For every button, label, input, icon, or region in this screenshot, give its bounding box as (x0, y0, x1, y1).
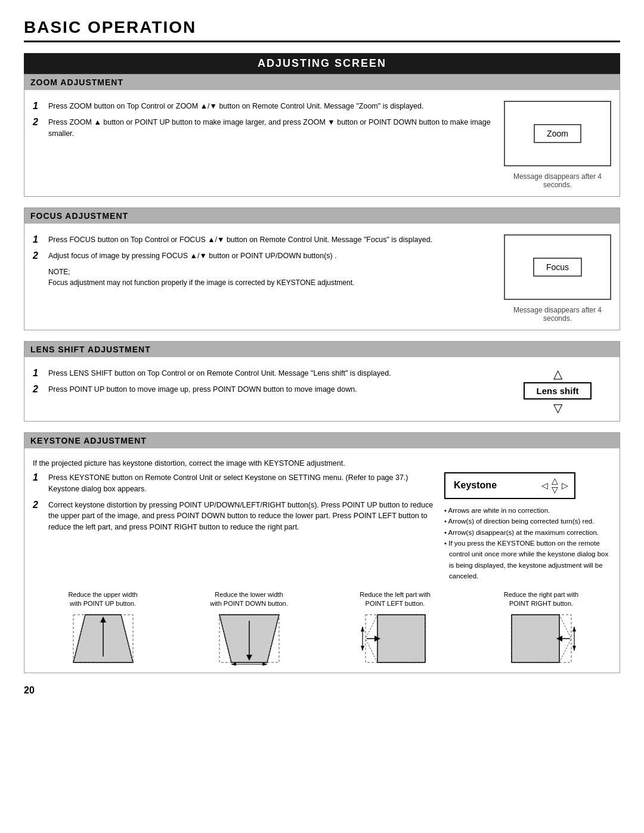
lens-shift-step-2: 2 Press POINT UP button to move image up… (33, 384, 492, 395)
diagram-right-label: Reduce the right part withPOINT RIGHT bu… (471, 590, 611, 609)
svg-marker-16 (377, 615, 425, 662)
keystone-steps: 1 Press KEYSTONE button on Remote Contro… (33, 472, 435, 538)
keystone-step-1-num: 1 (33, 472, 44, 483)
lens-shift-section: Lens Shift Adjustment 1 Press LENS SHIFT… (24, 341, 620, 422)
keystone-up-arrow-icon: △ (552, 476, 558, 485)
keystone-intro: If the projected picture has keystone di… (33, 459, 611, 467)
focus-note-title: NOTE; (48, 268, 70, 276)
zoom-step-2-text: Press ZOOM ▲ button or POINT UP button t… (48, 117, 492, 140)
lens-shift-step-2-text: Press POINT UP button to move image up, … (48, 384, 357, 395)
svg-marker-30 (572, 646, 576, 651)
lens-shift-sub-banner: Lens Shift Adjustment (24, 342, 620, 357)
diagram-lower-label: Reduce the lower widthwith POINT DOWN bu… (179, 590, 319, 609)
diagram-upper-label: Reduce the upper widthwith POINT UP butt… (33, 590, 173, 609)
lens-shift-label: Lens shift (524, 382, 592, 400)
diagram-right: Reduce the right part withPOINT RIGHT bu… (471, 590, 611, 666)
zoom-step-1-text: Press ZOOM button on Top Control or ZOOM… (48, 101, 423, 112)
keystone-section: Keystone Adjustment If the projected pic… (24, 432, 620, 673)
keystone-ud-arrows: △ ▽ (552, 476, 558, 495)
lens-shift-step-1: 1 Press LENS SHIFT button on Top Control… (33, 368, 492, 379)
zoom-step-2: 2 Press ZOOM ▲ button or POINT UP button… (33, 117, 492, 140)
zoom-step-1-num: 1 (33, 101, 44, 112)
page-title: Basic Operation (24, 18, 620, 42)
focus-display-box: Focus (504, 234, 611, 300)
lens-shift-arrow-down-icon: ▽ (553, 402, 562, 414)
keystone-left-arrow-icon: ◁ (541, 481, 548, 490)
svg-marker-25 (512, 615, 559, 662)
zoom-steps: 1 Press ZOOM button on Top Control or ZO… (33, 101, 492, 144)
page-number: 20 (24, 685, 620, 696)
focus-step-1-num: 1 (33, 234, 44, 245)
diagram-lower: Reduce the lower widthwith POINT DOWN bu… (179, 590, 319, 666)
lens-shift-steps: 1 Press LENS SHIFT button on Top Control… (33, 368, 492, 400)
keystone-step-1: 1 Press KEYSTONE button on Remote Contro… (33, 472, 435, 495)
focus-caption: Message disappears after 4 seconds. (504, 306, 611, 323)
focus-note: NOTE; Focus adjustment may not function … (48, 267, 492, 288)
diagram-upper-svg (67, 612, 139, 665)
focus-step-1-text: Press FOCUS button on Top Control or FOC… (48, 234, 432, 246)
focus-step-1: 1 Press FOCUS button on Top Control or F… (33, 234, 492, 246)
focus-section: Focus Adjustment 1 Press FOCUS button on… (24, 208, 620, 330)
keystone-notes: Arrows are white in no correction. Arrow… (444, 505, 611, 582)
svg-marker-21 (361, 646, 364, 651)
svg-line-26 (559, 615, 571, 639)
keystone-step-2-text: Correct keystone distortion by pressing … (48, 500, 435, 533)
zoom-step-1: 1 Press ZOOM button on Top Control or ZO… (33, 101, 492, 112)
lens-shift-display: △ Lens shift ▽ (504, 368, 611, 414)
lens-shift-step-2-num: 2 (33, 384, 44, 395)
keystone-note-4: If you press the KEYSTONE button on the … (444, 538, 611, 582)
keystone-display-box: Keystone ◁ △ ▽ ▷ (444, 472, 575, 499)
diagram-lower-svg (213, 612, 285, 665)
keystone-note-1: Arrows are white in no correction. (444, 505, 611, 516)
svg-line-17 (366, 615, 377, 639)
zoom-display-label: Zoom (534, 124, 581, 143)
focus-step-2-text: Adjust focus of image by pressing FOCUS … (48, 250, 337, 262)
svg-line-18 (366, 639, 377, 662)
keystone-down-arrow-icon: ▽ (552, 485, 558, 494)
adjusting-screen-banner: Adjusting Screen (24, 53, 620, 74)
diagram-left-label: Reduce the left part withPOINT LEFT butt… (325, 590, 465, 609)
zoom-section: Zoom Adjustment 1 Press ZOOM button on T… (24, 74, 620, 197)
diagram-left: Reduce the left part withPOINT LEFT butt… (325, 590, 465, 666)
keystone-note-2: Arrow(s) of direction being corrected tu… (444, 516, 611, 527)
svg-marker-20 (361, 627, 364, 631)
diagram-left-svg (360, 612, 431, 665)
zoom-display-box: Zoom (504, 101, 611, 166)
keystone-note-3: Arrow(s) disappear(s) at the maximum cor… (444, 527, 611, 538)
keystone-right-arrow-icon: ▷ (562, 481, 568, 490)
zoom-caption: Message disappears after 4 seconds. (504, 172, 611, 189)
keystone-step-2-num: 2 (33, 500, 44, 510)
diagram-right-svg (506, 612, 577, 665)
focus-display-label: Focus (533, 258, 582, 277)
focus-step-2-num: 2 (33, 250, 44, 261)
keystone-sub-banner: Keystone Adjustment (24, 433, 620, 448)
svg-line-27 (559, 639, 571, 662)
focus-sub-banner: Focus Adjustment (24, 208, 620, 224)
focus-steps: 1 Press FOCUS button on Top Control or F… (33, 234, 492, 288)
keystone-step-2: 2 Correct keystone distortion by pressin… (33, 500, 435, 533)
zoom-sub-banner: Zoom Adjustment (24, 75, 620, 90)
keystone-display-label: Keystone (454, 480, 538, 491)
zoom-step-2-num: 2 (33, 117, 44, 128)
lens-shift-step-1-text: Press LENS SHIFT button on Top Control o… (48, 368, 391, 379)
keystone-step-1-text: Press KEYSTONE button on Remote Control … (48, 472, 435, 495)
keystone-diagrams: Reduce the upper widthwith POINT UP butt… (33, 590, 611, 666)
focus-note-text: Focus adjustment may not function proper… (48, 278, 354, 287)
svg-marker-29 (572, 627, 576, 631)
keystone-right-panel: Keystone ◁ △ ▽ ▷ Arrows are white in no … (444, 472, 611, 582)
diagram-upper: Reduce the upper widthwith POINT UP butt… (33, 590, 173, 666)
lens-shift-step-1-num: 1 (33, 368, 44, 379)
lens-shift-arrow-up-icon: △ (553, 368, 562, 380)
focus-step-2: 2 Adjust focus of image by pressing FOCU… (33, 250, 492, 262)
